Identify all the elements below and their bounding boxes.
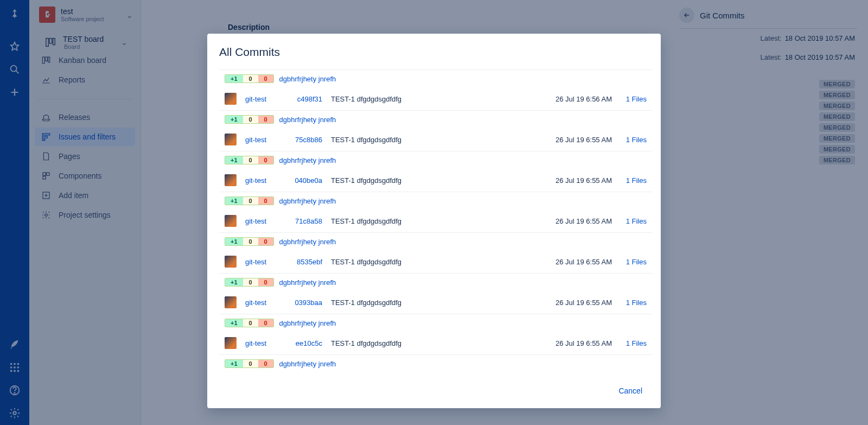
diff-stats: +1 0 0 <box>225 115 274 124</box>
commit-date: 26 Jul 19 6:55 AM <box>536 217 612 225</box>
diff-stats: +1 0 0 <box>225 237 274 246</box>
commit-sha-link[interactable]: 71c8a58 <box>284 217 322 225</box>
commit-sha-link[interactable]: 8535ebf <box>284 258 322 266</box>
modal-title: All Commits <box>219 46 655 59</box>
files-link[interactable]: 1 Files <box>621 339 647 347</box>
commit-message: TEST-1 dfgdgdsgdfdfg <box>331 136 527 144</box>
commit-group-header: +1 0 0 dgbhrfrjhety jnrefh <box>219 233 652 250</box>
diff-modified: 0 <box>243 116 258 123</box>
diff-deleted: 0 <box>258 116 273 123</box>
diff-modified: 0 <box>243 197 258 205</box>
commit-sha-link[interactable]: ee10c5c <box>284 339 322 347</box>
commit-group-header: +1 0 0 dgbhrfrjhety jnrefh <box>219 111 652 128</box>
commit-date: 26 Jul 19 6:55 AM <box>536 258 612 266</box>
diff-deleted: 0 <box>258 319 273 327</box>
commit-date: 26 Jul 19 6:55 AM <box>536 176 612 185</box>
files-link[interactable]: 1 Files <box>621 95 647 103</box>
commit-sha-link[interactable]: 75c8b86 <box>284 136 322 144</box>
files-link[interactable]: 1 Files <box>621 176 647 185</box>
commit-date: 26 Jul 19 6:55 AM <box>536 339 612 347</box>
commit-group-header: +1 0 0 dgbhrfrjhety jnrefh <box>219 355 652 372</box>
files-link[interactable]: 1 Files <box>621 136 647 144</box>
commit-sha-link[interactable]: 040be0a <box>284 176 322 185</box>
diff-modified: 0 <box>243 319 258 327</box>
commit-message: TEST-1 dfgdgdsgdfdfg <box>331 258 527 266</box>
diff-stats: +1 0 0 <box>225 359 274 368</box>
commit-row: git-test ee10c5c TEST-1 dfgdgdsgdfdfg 26… <box>219 332 652 355</box>
commit-row: git-test 040be0a TEST-1 dfgdgdsgdfdfg 26… <box>219 169 652 192</box>
diff-stats: +1 0 0 <box>225 196 274 205</box>
branch-link[interactable]: dgbhrfrjhety jnrefh <box>279 116 336 124</box>
diff-added: +1 <box>225 238 243 245</box>
repo-link[interactable]: git-test <box>245 95 276 103</box>
commit-group-header: +1 0 0 dgbhrfrjhety jnrefh <box>219 69 652 87</box>
repo-link[interactable]: git-test <box>245 258 276 266</box>
commit-date: 26 Jul 19 6:55 AM <box>536 136 612 144</box>
repo-link[interactable]: git-test <box>245 339 276 347</box>
avatar <box>225 256 237 268</box>
avatar <box>225 93 237 105</box>
repo-link[interactable]: git-test <box>245 136 276 144</box>
commit-date: 26 Jul 19 6:56 AM <box>536 95 612 103</box>
commit-row: git-test 8535ebf TEST-1 dfgdgdsgdfdfg 26… <box>219 250 652 274</box>
commit-row: git-test c498f31 TEST-1 dfgdgdsgdfdfg 26… <box>219 87 652 111</box>
avatar <box>225 296 237 308</box>
diff-stats: +1 0 0 <box>225 278 274 287</box>
diff-deleted: 0 <box>258 238 273 245</box>
diff-deleted: 0 <box>258 197 273 205</box>
commit-message: TEST-1 dfgdgdsgdfdfg <box>331 95 527 103</box>
repo-link[interactable]: git-test <box>245 217 276 225</box>
repo-link[interactable]: git-test <box>245 299 276 307</box>
diff-modified: 0 <box>243 238 258 245</box>
diff-stats: +1 0 0 <box>225 156 274 164</box>
branch-link[interactable]: dgbhrfrjhety jnrefh <box>279 156 336 164</box>
diff-modified: 0 <box>243 75 258 83</box>
avatar <box>225 174 237 186</box>
branch-link[interactable]: dgbhrfrjhety jnrefh <box>279 197 336 205</box>
avatar <box>225 215 237 227</box>
files-link[interactable]: 1 Files <box>621 258 647 266</box>
diff-modified: 0 <box>243 278 258 286</box>
commit-row: git-test 0393baa TEST-1 dfgdgdsgdfdfg 26… <box>219 291 652 314</box>
commit-group-header: +1 0 0 dgbhrfrjhety jnrefh <box>219 192 652 210</box>
commit-row: git-test 71c8a58 TEST-1 dfgdgdsgdfdfg 26… <box>219 210 652 233</box>
diff-added: +1 <box>225 360 243 367</box>
branch-link[interactable]: dgbhrfrjhety jnrefh <box>279 360 336 368</box>
commit-list[interactable]: +1 0 0 dgbhrfrjhety jnrefh git-test c498… <box>219 69 655 375</box>
commit-sha-link[interactable]: c498f31 <box>284 95 322 103</box>
diff-modified: 0 <box>243 360 258 367</box>
diff-deleted: 0 <box>258 156 273 164</box>
diff-added: +1 <box>225 116 243 123</box>
all-commits-modal: All Commits +1 0 0 dgbhrfrjhety jnrefh g… <box>207 34 661 408</box>
branch-link[interactable]: dgbhrfrjhety jnrefh <box>279 278 336 287</box>
commit-group-header: +1 0 0 dgbhrfrjhety jnrefh <box>219 274 652 291</box>
commit-row: git-test 75c8b86 TEST-1 dfgdgdsgdfdfg 26… <box>219 128 652 151</box>
modal-overlay[interactable]: All Commits +1 0 0 dgbhrfrjhety jnrefh g… <box>0 0 868 425</box>
commit-message: TEST-1 dfgdgdsgdfdfg <box>331 176 527 185</box>
diff-stats: +1 0 0 <box>225 74 274 83</box>
files-link[interactable]: 1 Files <box>621 299 647 307</box>
diff-added: +1 <box>225 278 243 286</box>
commit-message: TEST-1 dfgdgdsgdfdfg <box>331 299 527 307</box>
branch-link[interactable]: dgbhrfrjhety jnrefh <box>279 319 336 327</box>
avatar <box>225 134 237 145</box>
diff-deleted: 0 <box>258 360 273 367</box>
diff-added: +1 <box>225 75 243 83</box>
commit-date: 26 Jul 19 6:55 AM <box>536 299 612 307</box>
commit-message: TEST-1 dfgdgdsgdfdfg <box>331 217 527 225</box>
diff-added: +1 <box>225 197 243 205</box>
commit-sha-link[interactable]: 0393baa <box>284 299 322 307</box>
repo-link[interactable]: git-test <box>245 176 276 185</box>
diff-added: +1 <box>225 319 243 327</box>
diff-stats: +1 0 0 <box>225 319 274 327</box>
diff-deleted: 0 <box>258 75 273 83</box>
commit-group-header: +1 0 0 dgbhrfrjhety jnrefh <box>219 151 652 169</box>
branch-link[interactable]: dgbhrfrjhety jnrefh <box>279 75 336 83</box>
cancel-button[interactable]: Cancel <box>613 383 648 398</box>
diff-deleted: 0 <box>258 278 273 286</box>
files-link[interactable]: 1 Files <box>621 217 647 225</box>
branch-link[interactable]: dgbhrfrjhety jnrefh <box>279 238 336 246</box>
diff-modified: 0 <box>243 156 258 164</box>
commit-message: TEST-1 dfgdgdsgdfdfg <box>331 339 527 347</box>
commit-group-header: +1 0 0 dgbhrfrjhety jnrefh <box>219 314 652 332</box>
